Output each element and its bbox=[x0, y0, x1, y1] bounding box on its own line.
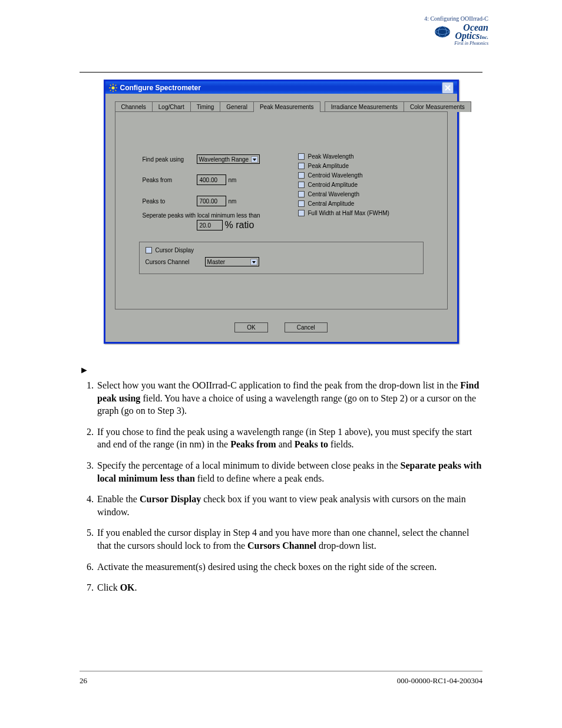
procedure-list: Select how you want the OOIIrrad-C appli… bbox=[80, 379, 482, 594]
separate-label: Seperate peaks with local minimum less t… bbox=[143, 212, 296, 219]
cursors-channel-select[interactable]: Master bbox=[205, 257, 259, 266]
footer-rule bbox=[80, 671, 482, 671]
svg-line-9 bbox=[110, 90, 111, 91]
step-6: Activate the measurement(s) desired usin… bbox=[96, 561, 482, 574]
svg-line-7 bbox=[110, 84, 111, 85]
cancel-button[interactable]: Cancel bbox=[285, 322, 328, 332]
tab-color-measurements[interactable]: Color Measurements bbox=[404, 101, 471, 112]
procedure-arrow-icon: ► bbox=[80, 365, 89, 375]
step-4: Enable the Cursor Display check box if y… bbox=[96, 493, 482, 518]
step-5: If you enabled the cursor display in Ste… bbox=[96, 526, 482, 552]
svg-point-2 bbox=[111, 86, 114, 89]
tab-timing[interactable]: Timing bbox=[190, 101, 221, 112]
ok-button[interactable]: OK bbox=[234, 322, 267, 332]
step-1: Select how you want the OOIIrrad-C appli… bbox=[96, 379, 482, 417]
check-central-wavelength[interactable] bbox=[298, 191, 305, 197]
check-centroid-wavelength[interactable] bbox=[298, 172, 305, 179]
find-peak-select[interactable]: Wavelength Range bbox=[197, 154, 260, 164]
running-head: 4: Configuring OOIIrrad-C Ocean OpticsIn… bbox=[406, 15, 488, 46]
doc-code: 000-00000-RC1-04-200304 bbox=[397, 676, 482, 686]
step-3: Specify the percentage of a local minimu… bbox=[96, 459, 482, 485]
sun-icon bbox=[109, 84, 117, 92]
svg-line-10 bbox=[115, 84, 116, 85]
find-peak-label: Find peak using bbox=[143, 156, 197, 163]
dialog-title: Configure Spectrometer bbox=[120, 84, 201, 92]
cursor-group: Cursor Display Cursors Channel Master bbox=[139, 242, 424, 274]
peaks-from-input[interactable] bbox=[197, 174, 226, 185]
header-rule bbox=[80, 72, 482, 73]
peaks-from-label: Peaks from bbox=[143, 177, 197, 183]
close-button[interactable] bbox=[442, 82, 454, 94]
nm-unit: nm bbox=[229, 177, 237, 183]
check-cursor-display[interactable] bbox=[146, 247, 152, 253]
ratio-unit: % ratio bbox=[225, 220, 254, 230]
tab-peak-measurements[interactable]: Peak Measurements bbox=[253, 101, 320, 112]
check-peak-wavelength[interactable] bbox=[298, 153, 305, 160]
ratio-input[interactable] bbox=[197, 220, 223, 230]
step-2: If you chose to find the peak using a wa… bbox=[96, 426, 482, 451]
step-7: Click OK. bbox=[96, 581, 482, 594]
peaks-to-label: Peaks to bbox=[143, 198, 197, 205]
page-footer: 26 000-00000-RC1-04-200304 bbox=[80, 676, 482, 686]
tab-channels[interactable]: Channels bbox=[115, 101, 153, 112]
cursors-channel-label: Cursors Channel bbox=[146, 259, 190, 265]
peak-measurements-pane: Find peak using Wavelength Range Peaks f… bbox=[115, 111, 448, 309]
titlebar[interactable]: Configure Spectrometer bbox=[105, 81, 457, 94]
check-fwhm[interactable] bbox=[298, 210, 305, 216]
brand-logo: Ocean OpticsInc. bbox=[406, 24, 488, 41]
close-icon bbox=[445, 85, 451, 91]
tab-irradiance-measurements[interactable]: Irradiance Measurements bbox=[325, 101, 404, 112]
measurement-checks: Peak Wavelength Peak Amplitude Centroid … bbox=[298, 153, 389, 219]
page-number: 26 bbox=[80, 676, 87, 686]
tab-strip: Channels Log/Chart Timing General Peak M… bbox=[115, 101, 448, 111]
check-centroid-amplitude[interactable] bbox=[298, 182, 305, 188]
procedure-section: ► Procedure Select how you want the OOII… bbox=[80, 365, 482, 594]
configure-spectrometer-dialog: Configure Spectrometer Channels Log/Char… bbox=[104, 80, 459, 344]
svg-line-8 bbox=[115, 90, 116, 91]
svg-point-0 bbox=[435, 27, 451, 38]
tab-general[interactable]: General bbox=[220, 101, 254, 112]
peaks-to-input[interactable] bbox=[197, 196, 226, 206]
nm-unit: nm bbox=[229, 198, 237, 205]
check-central-amplitude[interactable] bbox=[298, 200, 305, 207]
tab-log-chart[interactable]: Log/Chart bbox=[152, 101, 191, 112]
check-peak-amplitude[interactable] bbox=[298, 163, 305, 169]
